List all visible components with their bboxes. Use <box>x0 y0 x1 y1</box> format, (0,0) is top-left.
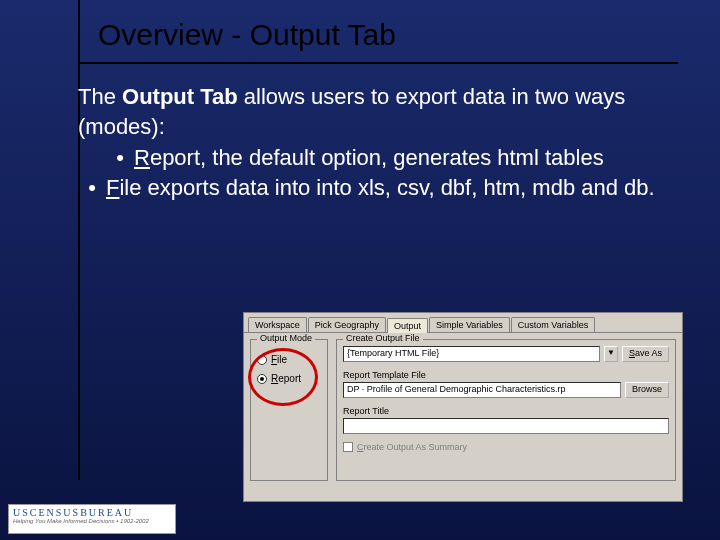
tab-workspace[interactable]: Workspace <box>248 317 307 332</box>
radio-report-row[interactable]: Report <box>257 373 321 384</box>
b1-tail: , the default option, generates html tab… <box>200 145 604 170</box>
report-title-field[interactable] <box>343 418 669 434</box>
bullet-dot: • <box>106 143 134 173</box>
b2-rest: ile <box>119 175 141 200</box>
create-output-file-group: Create Output File {Temporary HTML File}… <box>336 339 676 481</box>
output-mode-group: Output Mode File Report <box>250 339 328 481</box>
output-mode-label: Output Mode <box>257 333 315 343</box>
tab-body: Output Mode File Report Create Output Fi… <box>244 332 682 487</box>
footer-line1: USCENSUSBUREAU <box>13 507 171 518</box>
save-as-button[interactable]: Save As <box>622 346 669 362</box>
tab-strip: Workspace Pick Geography Output Simple V… <box>244 313 682 332</box>
bullet-dot: • <box>78 173 106 203</box>
lead-bold: Output Tab <box>122 84 238 109</box>
create-summary-checkbox[interactable] <box>343 442 353 452</box>
title-vertical-rule <box>78 0 80 480</box>
browse-button[interactable]: Browse <box>625 382 669 398</box>
body-content: The Output Tab allows users to export da… <box>78 82 658 203</box>
b2-tail: exports data into into xls, csv, dbf, ht… <box>141 175 654 200</box>
b2-accel: F <box>106 175 119 200</box>
tab-simple-variables[interactable]: Simple Variables <box>429 317 510 332</box>
lead-pre: The <box>78 84 122 109</box>
radio-report-text: eport <box>278 373 301 384</box>
output-filename-field[interactable]: {Temporary HTML File} <box>343 346 600 362</box>
b1-accel: R <box>134 145 150 170</box>
create-summary-row[interactable]: Create Output As Summary <box>343 442 669 452</box>
template-file-field[interactable]: DP · Profile of General Demographic Char… <box>343 382 621 398</box>
radio-file[interactable] <box>257 355 267 365</box>
filename-dropdown-icon[interactable]: ▼ <box>604 346 618 362</box>
title-underline <box>78 62 678 64</box>
census-logo: USCENSUSBUREAU Helping You Make Informed… <box>8 504 176 534</box>
create-output-file-label: Create Output File <box>343 333 423 343</box>
slide-title: Overview - Output Tab <box>98 18 396 52</box>
footer-line2: Helping You Make Informed Decisions • 19… <box>13 518 171 525</box>
radio-report[interactable] <box>257 374 267 384</box>
b1-rest: eport <box>150 145 200 170</box>
radio-file-text: ile <box>277 354 287 365</box>
template-file-label: Report Template File <box>343 370 669 380</box>
tab-output[interactable]: Output <box>387 318 428 333</box>
report-title-label: Report Title <box>343 406 669 416</box>
tab-custom-variables[interactable]: Custom Variables <box>511 317 595 332</box>
output-tab-screenshot: Workspace Pick Geography Output Simple V… <box>243 312 683 502</box>
summary-text: reate Output As Summary <box>364 442 468 452</box>
radio-file-row[interactable]: File <box>257 354 321 365</box>
tab-pick-geography[interactable]: Pick Geography <box>308 317 386 332</box>
